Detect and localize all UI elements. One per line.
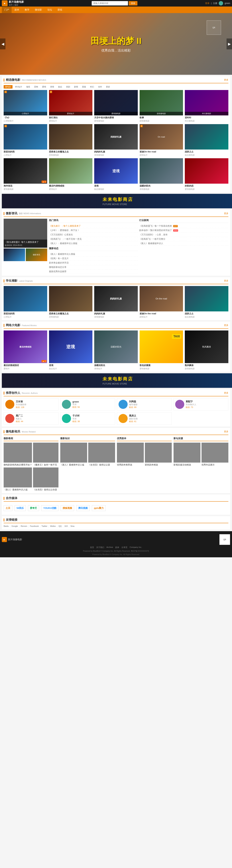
footer-link-home[interactable]: 首页 (90, 546, 94, 549)
student-more[interactable]: 更多 (224, 279, 228, 282)
news-item-9[interactable]: 《彩凤双飞》一枚不完整分 (139, 237, 228, 241)
news-item-7[interactable]: 剧本创作！预计将深受好评开始了 NEW (139, 228, 228, 232)
news-sub-thumb-2[interactable]: 微影资讯 (26, 248, 47, 261)
movie-card-1[interactable]: 1 心理短片 《Ta》 心理惊悚片 (4, 90, 47, 122)
featured-card-5[interactable]: 熟风飘港 熟风飘港 剧情微电影 (185, 331, 228, 370)
movie-card-13[interactable]: 逆境 逆境 励志微电影 (94, 158, 138, 191)
tag-scifi[interactable]: 科幻 (89, 85, 95, 89)
partner-56[interactable]: 56我乐 (14, 505, 26, 511)
related-item-7[interactable]: 优秀剧本推荐选 (117, 443, 144, 466)
news-item-14[interactable]: 微电影新动态分享 (49, 265, 138, 270)
news-main-thumb[interactable]: 《复仇者联盟2》每个人都惊喜来了 发布时间: 2014-05-01 (4, 219, 47, 248)
tag-mv[interactable]: MV短片 (13, 85, 24, 89)
related-item-8[interactable]: 获奖剧本精选 (145, 443, 172, 466)
nav-item-micro[interactable]: 微创影 (32, 6, 45, 13)
authors-more[interactable]: 更多 (224, 392, 228, 395)
author-card-4[interactable]: 黄配宁 导演/制片人 粉丝: 73 (174, 398, 228, 410)
register-link[interactable]: 注册 (213, 2, 217, 5)
news-item-4[interactable]: 《彩凤双飞》：一枚不完有一意见 (49, 237, 138, 241)
movie-card-3[interactable]: 爱情微电影 天空中老夫妻的爱情 爱情微电影 (94, 90, 138, 122)
banner-ad-2[interactable]: 未来电影商店 FUTURE MOVIE STORE (2, 373, 232, 388)
friend-link-renren[interactable]: Renren (21, 525, 27, 528)
friend-link-sina[interactable]: Sina (70, 525, 75, 528)
author-card-3[interactable]: 刘闸磊 编导/摄影 粉丝: 89 (117, 398, 172, 410)
banner-next-arrow[interactable]: ▶ (227, 38, 232, 49)
partner-tudou[interactable]: 土豆 (4, 505, 12, 511)
news-item-1[interactable]: 《复仇者2》：每个人都惊喜来了 (49, 224, 138, 228)
tag-inspire[interactable]: 励志 (57, 85, 63, 89)
friend-link-163[interactable]: 163 (64, 525, 67, 528)
news-item-2[interactable]: 《少年》：爱情物语，终于女！ (49, 228, 138, 232)
news-item-5[interactable]: 《新人》：最难熬年识人很猛 (49, 241, 138, 246)
movie-card-6[interactable]: 1 那是别的我 心理短片 (4, 124, 47, 156)
related-item-2[interactable]: 《魔兽王》如何一枚不完 (33, 443, 58, 466)
related-more[interactable]: 更多 (224, 430, 228, 433)
tag-horror[interactable]: 恐怖 (33, 85, 39, 89)
movie-card-7[interactable]: 恐惧者之的魔鬼之点 恐怖微电影 (49, 124, 93, 156)
tag-weimovie[interactable]: 微电影 (4, 85, 12, 89)
related-item-3[interactable]: 《新人》最难熬年识人猛 (4, 467, 32, 491)
search-input[interactable] (92, 1, 128, 5)
news-item-15[interactable]: 最新优秀作品推荐 (49, 270, 138, 274)
student-card-3[interactable]: 妈妈的礼服 妈妈的礼服 亲情微电影 (94, 286, 138, 318)
partner-tencent[interactable]: 腾讯视频 (76, 505, 90, 511)
movie-card-4[interactable]: 剧情微电影 欧掌 剧情微电影 (140, 90, 183, 122)
news-item-12[interactable]: 《彩凤》有一意见片 (49, 256, 138, 261)
footer-link-about[interactable]: 关于我们 (96, 546, 104, 549)
tag-comedy[interactable]: 喜剧 (65, 85, 71, 89)
tag-love[interactable]: 爱情 (41, 85, 48, 89)
news-more[interactable]: 更多 (224, 212, 228, 215)
search-button[interactable]: 搜索 (129, 1, 138, 5)
login-link[interactable]: 登录 (205, 2, 209, 5)
related-item-9[interactable]: 影视应援活动精选 (174, 443, 200, 466)
author-card-5[interactable]: 黑厂二 电影人 粉丝: 44 (4, 412, 58, 425)
tag-ghost[interactable]: 鬼怪 (25, 85, 32, 89)
footer-link-archive[interactable]: Archive (106, 546, 113, 549)
student-card-2[interactable]: 恐惧者之的魔鬼之点 恐怖微电影 (49, 286, 93, 318)
news-item-10[interactable]: 《新人》最难最猛年识人 (139, 241, 228, 246)
featured-card-1[interactable]: ▲ 2 最后的情戒指 最后的情戒指话 爱情片 (4, 331, 47, 370)
related-item-6[interactable]: 《女演员》值得认让器 (88, 443, 115, 466)
movie-card-8[interactable]: 妈妈的礼服 妈妈的礼服 亲情微电影 (94, 124, 138, 156)
banner-ad-1[interactable]: 未来电影商店 FUTURE MOVIE STORE (2, 194, 232, 208)
related-item-10[interactable]: 优秀作品展示 (202, 443, 228, 466)
related-item-5[interactable]: 《新人》最难熬年识人猛 (60, 443, 87, 466)
student-card-5[interactable]: 战胜之止 励志微电影 (185, 286, 228, 318)
friend-link-google[interactable]: Google (11, 525, 18, 528)
news-item-13[interactable]: 剧本将会被好评开启 (49, 261, 138, 265)
news-item-8[interactable]: 《万万没想到》：心里，发布 (139, 232, 228, 237)
nav-item-group[interactable]: 群组 (55, 6, 65, 13)
tag-mystery[interactable]: 悬疑 (81, 85, 87, 89)
friend-link-facebook[interactable]: Facebook (30, 525, 39, 528)
featured-card-2[interactable]: 逆境 逆境 励志短片 (49, 331, 93, 370)
author-card-1[interactable]: 王长智 导演/摄影师 粉丝: 128 (4, 398, 58, 410)
nav-item-script[interactable]: 剧本 (12, 6, 22, 13)
movie-card-2[interactable]: 3 爱情短片 射灯演出 爱情短片 (49, 90, 93, 122)
news-item-11[interactable]: 《新人》最难熬年识人很猛 (49, 252, 138, 256)
footer-link-share[interactable]: 分享页 (121, 546, 127, 549)
featured-card-3[interactable]: 温暖的阳光 温暖的阳光 亲情短片 (94, 331, 138, 370)
featured-more[interactable]: 更多 (224, 324, 228, 327)
author-card-2[interactable]: green 导演 粉丝: 56 (60, 398, 115, 410)
partner-youku[interactable]: YOUKU优酷 (41, 505, 58, 511)
movie-card-9[interactable]: 1 On road 迷途On the road 剧情短片 (140, 124, 183, 156)
featured-card-4[interactable]: TAXI 彩色的慢慢 爱情微电影 (140, 331, 183, 370)
friend-link-weibo[interactable]: Weibo (50, 525, 56, 528)
tag-action[interactable]: 动作 (96, 85, 104, 89)
partner-iqiyi[interactable]: 爱奇艺 (28, 505, 39, 511)
partner-sohu[interactable]: 搜狐视频 (61, 505, 74, 511)
news-item-6[interactable]: 《彩凤联盟飞》每一个惊喜自然来 HOT (139, 224, 228, 228)
movie-card-10[interactable]: 战胜之止 励志微电影 (185, 124, 228, 156)
student-card-4[interactable]: On the road 迷途On the road 剧情短片 (140, 286, 183, 318)
movie-card-14[interactable]: 温暖的阳光 亲情微电影 (140, 158, 183, 191)
banner-prev-arrow[interactable]: ◀ (0, 38, 5, 49)
movie-card-15[interactable]: 的彩的恋 爱情微电影 (185, 158, 228, 191)
friend-link-baidu[interactable]: Baidu (4, 525, 9, 528)
news-sub-thumb-1[interactable] (4, 248, 25, 261)
nav-item-teaching[interactable]: 教学 (22, 6, 32, 13)
movie-card-12[interactable]: 最后约清情戒指 爱情短片 (49, 158, 93, 191)
related-item-1[interactable]: 微电影剧情风格从哪里开始？ (4, 443, 32, 466)
movie-card-11[interactable]: ▲ 2 海华深花 爱情微电影 (4, 158, 47, 191)
nav-item-portal[interactable]: 门户 (2, 6, 11, 13)
related-item-4[interactable]: 《女演员》值得认认你器 (33, 467, 58, 491)
